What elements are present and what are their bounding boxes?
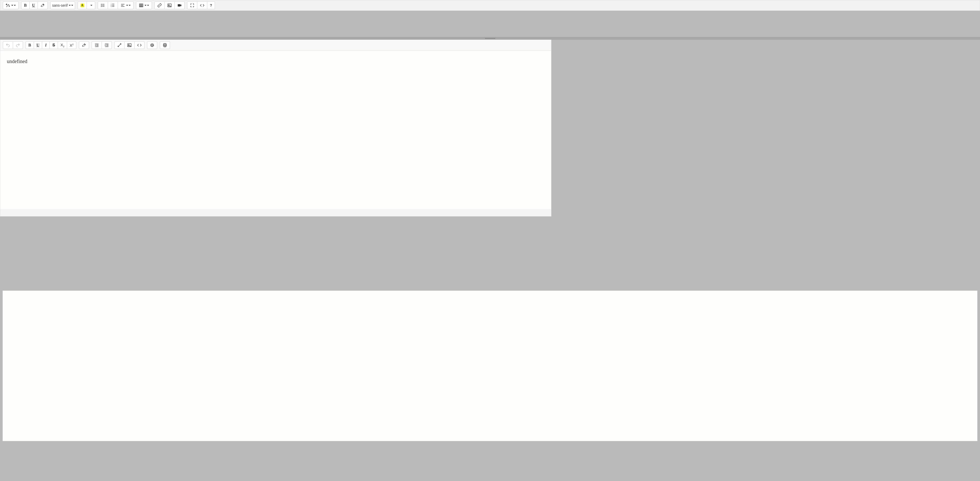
italic-button[interactable]: I [42,41,50,49]
format-group: B U I S X2 X2 [25,41,76,49]
redo-button[interactable] [13,41,23,49]
bold-icon: B [24,3,27,7]
resize-handle-icon [485,38,495,39]
codeview-button-2[interactable] [135,41,145,49]
outdent-button[interactable] [92,41,102,49]
font-family-label: sans-serif [52,3,68,7]
svg-rect-9 [112,5,115,6]
outdent-icon [94,43,99,48]
fullscreen-button[interactable] [187,2,197,9]
font-family-dropdown[interactable]: sans-serif [50,2,75,9]
print-group [160,41,170,49]
picture-button[interactable] [165,2,175,9]
link-icon [157,3,162,8]
caret-icon [91,5,92,6]
list-group: 123 [98,2,134,9]
magic-style-button[interactable] [3,2,19,9]
video-icon [177,3,182,8]
svg-text:3: 3 [111,6,111,7]
svg-point-4 [101,6,102,7]
eraser-icon [82,43,86,48]
at-icon [150,43,154,48]
caret-icon [126,5,128,6]
bottom-blank-panel[interactable] [3,290,977,441]
svg-rect-1 [102,4,104,5]
print-button[interactable] [160,41,170,49]
svg-rect-20 [96,45,98,45]
svg-rect-26 [105,46,108,47]
picture-icon [127,43,132,48]
underline-button[interactable]: U [30,2,38,9]
editor-content-area[interactable]: undefined [0,51,551,209]
caret-icon [129,5,131,6]
bullet-list-icon [100,3,105,8]
svg-rect-3 [102,5,104,6]
numbered-list-icon: 123 [111,3,115,8]
link-button[interactable] [154,2,165,9]
style-group [3,2,19,9]
svg-point-0 [101,4,102,5]
subscript-button[interactable]: X2 [58,41,67,49]
unordered-list-button[interactable] [98,2,108,9]
help-icon: ? [210,3,212,7]
svg-rect-19 [95,44,99,44]
ordered-list-button[interactable]: 123 [108,2,118,9]
svg-rect-14 [121,6,124,7]
font-family-group: sans-serif [50,2,75,9]
svg-rect-24 [106,45,108,45]
picture-button-2[interactable] [124,41,135,49]
bold-button-2[interactable]: B [25,41,34,49]
help-button[interactable]: ? [207,2,215,9]
clear-format-button[interactable] [38,2,48,9]
editor-text: undefined [7,59,27,64]
clear-format-button-2[interactable] [79,41,89,49]
magic-icon [6,3,10,8]
caret-icon [71,5,73,6]
superscript-button[interactable]: X2 [67,41,76,49]
svg-rect-22 [95,46,99,47]
fullscreen-button-2[interactable] [115,41,124,49]
subscript-icon: X2 [60,43,64,48]
clear-group [79,41,89,49]
mention-button[interactable] [147,41,157,49]
history-group [3,41,23,49]
italic-icon: I [45,43,47,47]
indent-icon [104,43,109,48]
video-button[interactable] [175,2,185,9]
svg-rect-12 [121,4,124,5]
second-editor: B U I S X2 X2 [0,40,551,217]
undo-button[interactable] [3,41,13,49]
svg-rect-13 [121,5,123,6]
highlight-color-button[interactable]: A [78,2,87,9]
svg-rect-5 [102,6,104,7]
gap-area-1 [0,11,980,37]
svg-rect-21 [96,46,98,46]
svg-rect-7 [112,4,115,4]
second-editor-toolbar: B U I S X2 X2 [0,40,551,51]
svg-rect-25 [106,46,108,46]
paragraph-align-button[interactable] [118,2,134,9]
insert-group-2 [115,41,145,49]
insert-group [154,2,185,9]
eraser-icon [40,3,45,8]
caret-icon [147,5,149,6]
highlight-color-caret[interactable] [87,2,95,9]
codeview-button[interactable] [197,2,207,9]
picture-icon [167,3,172,8]
font-color-icon: A [80,3,84,7]
bold-button[interactable]: B [21,2,30,9]
resize-bar[interactable] [0,37,980,40]
fullscreen-icon [190,3,194,8]
caret-icon [14,5,16,6]
indent-button[interactable] [102,41,112,49]
underline-icon: U [37,43,40,47]
underline-button-2[interactable]: U [34,41,42,49]
strikethrough-button[interactable]: S [50,41,58,49]
table-button[interactable] [136,2,152,9]
top-toolbar: B U sans-serif A 123 [0,0,980,11]
svg-rect-11 [112,6,115,7]
caret-icon [145,5,146,6]
strike-icon: S [52,43,55,47]
superscript-icon: X2 [70,43,73,47]
table-icon [139,3,143,8]
